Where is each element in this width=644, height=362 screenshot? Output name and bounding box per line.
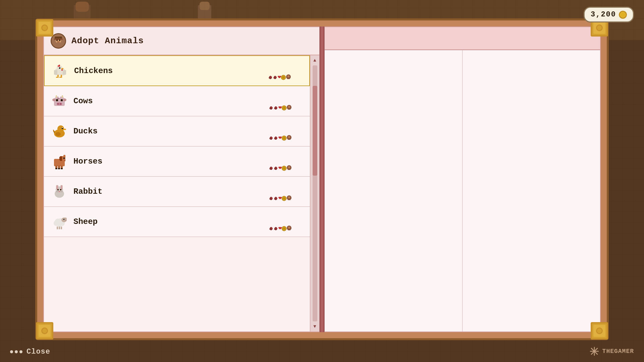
- svg-rect-75: [288, 106, 290, 108]
- animal-items: Chickens: [44, 55, 310, 331]
- animal-item-sheep[interactable]: Sheep: [44, 207, 310, 237]
- close-label: Close: [26, 348, 50, 356]
- svg-rect-47: [61, 69, 63, 71]
- svg-rect-113: [60, 189, 61, 190]
- watermark: THEGAMER: [590, 347, 634, 356]
- svg-rect-91: [59, 157, 61, 160]
- horse-name: Horses: [73, 157, 303, 166]
- svg-rect-131: [57, 227, 58, 229]
- sheep-icon: [51, 213, 68, 231]
- cow-icon: [51, 93, 68, 110]
- coin-icon: [619, 11, 627, 19]
- svg-rect-138: [288, 229, 290, 230]
- thegamer-icon: [590, 347, 599, 356]
- rabbit-price: [269, 195, 292, 202]
- animal-item-rabbit[interactable]: Rabbit: [44, 177, 310, 207]
- svg-point-62: [52, 99, 56, 101]
- svg-rect-112: [57, 189, 59, 190]
- svg-point-69: [57, 103, 59, 105]
- cow-name: Cows: [73, 97, 303, 106]
- book-container: Adopt Animals: [35, 18, 609, 340]
- animal-item-cows[interactable]: Cows: [44, 86, 310, 116]
- scroll-thumb[interactable]: [313, 86, 317, 175]
- svg-rect-66: [56, 99, 58, 101]
- sheep-name: Sheep: [73, 217, 303, 226]
- svg-rect-121: [288, 198, 290, 200]
- svg-rect-86: [288, 136, 290, 138]
- svg-rect-65: [62, 95, 63, 98]
- svg-point-102: [283, 167, 285, 170]
- scrollbar[interactable]: ▲ ▼: [310, 55, 319, 331]
- right-page-header: [325, 27, 600, 50]
- svg-rect-132: [59, 227, 60, 229]
- rabbit-name: Rabbit: [73, 187, 303, 196]
- svg-rect-67: [61, 99, 63, 101]
- horse-icon: [51, 153, 68, 170]
- animal-list: Chickens: [44, 55, 319, 331]
- svg-rect-49: [63, 70, 66, 75]
- svg-rect-111: [61, 185, 62, 189]
- scroll-down-arrow[interactable]: ▼: [311, 323, 319, 330]
- svg-rect-64: [56, 95, 57, 98]
- duck-icon: [51, 123, 68, 140]
- svg-rect-11: [75, 2, 89, 12]
- coin-amount: 3,200: [591, 10, 616, 19]
- svg-rect-94: [64, 160, 65, 161]
- animal-item-ducks[interactable]: Ducks: [44, 116, 310, 146]
- svg-rect-105: [288, 168, 290, 170]
- svg-point-118: [283, 197, 285, 200]
- corner-tl: [36, 19, 53, 37]
- svg-rect-82: [63, 129, 66, 130]
- chicken-price: [268, 74, 292, 81]
- cow-price: [269, 105, 292, 111]
- svg-point-18: [42, 25, 47, 30]
- animal-item-chickens[interactable]: Chickens: [44, 55, 310, 86]
- svg-rect-38: [56, 40, 58, 41]
- coin-display: 3,200: [584, 7, 634, 22]
- svg-rect-58: [287, 77, 290, 79]
- right-col-left: [325, 50, 463, 331]
- svg-rect-100: [61, 168, 63, 169]
- svg-point-79: [55, 132, 61, 136]
- svg-point-135: [283, 227, 285, 230]
- svg-rect-40: [57, 42, 60, 42]
- corner-br: [591, 322, 608, 340]
- scroll-track: [313, 65, 317, 321]
- svg-point-28: [42, 328, 47, 333]
- svg-rect-9: [200, 2, 210, 10]
- svg-rect-44: [58, 65, 59, 67]
- svg-point-73: [283, 107, 285, 109]
- book-right-page: [324, 26, 601, 332]
- svg-point-70: [60, 103, 61, 105]
- svg-rect-71: [57, 98, 59, 99]
- svg-rect-92: [63, 155, 65, 158]
- book-left-page: Adopt Animals: [43, 26, 320, 332]
- animal-item-horses[interactable]: Horses: [44, 146, 310, 177]
- svg-rect-87: [288, 138, 290, 140]
- close-button[interactable]: Close: [10, 348, 50, 356]
- svg-point-84: [283, 137, 285, 139]
- svg-rect-57: [287, 75, 289, 77]
- svg-rect-104: [288, 166, 290, 168]
- page-header: Adopt Animals: [44, 27, 319, 55]
- rabbit-icon: [51, 183, 68, 200]
- svg-rect-76: [288, 108, 290, 110]
- svg-point-128: [64, 218, 67, 220]
- svg-rect-39: [59, 40, 60, 41]
- chicken-icon: [51, 62, 69, 79]
- svg-rect-130: [65, 220, 66, 221]
- book-outer: Adopt Animals: [35, 18, 609, 340]
- right-col-right: [463, 50, 600, 331]
- corner-bl: [36, 322, 53, 340]
- scroll-up-arrow[interactable]: ▲: [311, 57, 319, 64]
- right-page-content: [325, 50, 600, 331]
- page-title: Adopt Animals: [71, 36, 144, 46]
- svg-rect-53: [59, 77, 62, 78]
- svg-point-125: [54, 221, 59, 226]
- sheep-price: [269, 225, 292, 232]
- svg-point-13: [621, 13, 625, 17]
- svg-rect-137: [288, 227, 290, 229]
- svg-rect-98: [55, 168, 57, 169]
- duck-price: [269, 135, 292, 141]
- svg-point-63: [63, 99, 66, 101]
